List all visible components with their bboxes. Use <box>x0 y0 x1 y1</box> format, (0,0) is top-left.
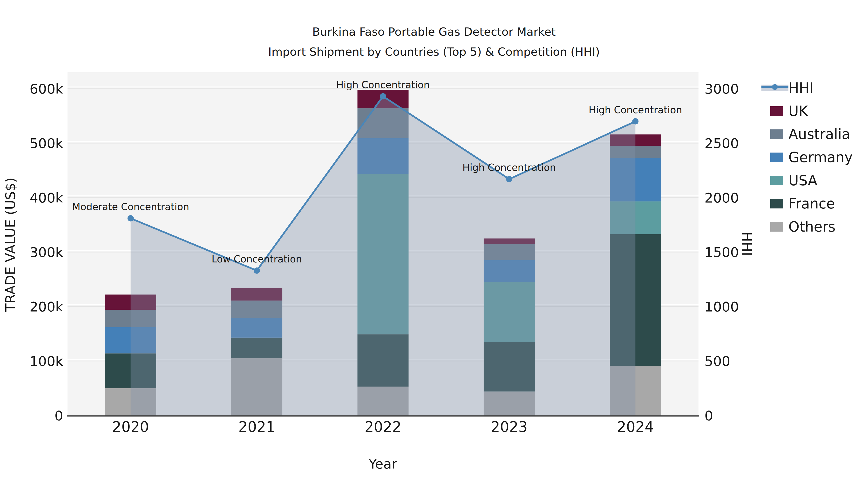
y-right-tick-0: 0 <box>705 408 713 423</box>
legend-label-france: France <box>788 195 835 212</box>
legend-item-others: Others <box>770 219 835 235</box>
legend-swatch-others <box>770 222 783 232</box>
annotation-2022: High Concentration <box>336 79 430 90</box>
x-axis-label: Year <box>368 456 398 471</box>
y-left-tick-0: 0 <box>55 408 63 423</box>
x-tick-2022: 2022 <box>365 418 401 435</box>
legend-item-australia: Australia <box>770 126 850 142</box>
y-right-tick-2000: 2000 <box>705 190 739 205</box>
legend-swatch-uk <box>770 106 783 116</box>
legend-item-uk: UK <box>770 103 808 119</box>
y-left-tick-400k: 400k <box>30 190 63 205</box>
y-left-tick-600k: 600k <box>30 81 63 97</box>
chart-svg: Moderate ConcentrationLow ConcentrationH… <box>0 0 868 488</box>
hhi-marker-2024 <box>632 118 639 125</box>
legend-item-usa: USA <box>770 172 817 189</box>
legend-label-others: Others <box>788 219 835 235</box>
y-right-tick-1500: 1500 <box>705 245 739 260</box>
chart-figure: Moderate ConcentrationLow ConcentrationH… <box>0 0 868 488</box>
legend-label-usa: USA <box>788 172 817 189</box>
y-right-tick-500: 500 <box>705 353 730 369</box>
x-tick-2024: 2024 <box>617 418 654 435</box>
y-right-tick-2500: 2500 <box>705 135 739 151</box>
y-axis-label-left: TRADE VALUE (US$) <box>2 177 18 312</box>
y-left-tick-300k: 300k <box>30 245 63 260</box>
y-left-tick-200k: 200k <box>30 299 63 315</box>
y-axis-label-right: HHI <box>739 232 755 256</box>
hhi-marker-2020 <box>128 215 134 222</box>
hhi-marker-2022 <box>380 93 386 100</box>
legend-hhi-marker <box>772 84 778 90</box>
legend-label-germany: Germany <box>788 149 853 166</box>
annotation-2020: Moderate Concentration <box>72 201 189 212</box>
hhi-marker-2021 <box>254 267 260 274</box>
annotation-2021: Low Concentration <box>212 254 302 265</box>
legend-label-uk: UK <box>788 103 808 119</box>
legend-label-australia: Australia <box>788 126 850 142</box>
x-tick-2020: 2020 <box>112 418 149 435</box>
x-tick-2023: 2023 <box>491 418 528 435</box>
y-left-tick-500k: 500k <box>30 135 63 151</box>
legend: HHIUKAustraliaGermanyUSAFranceOthers <box>762 80 853 235</box>
legend-swatch-france <box>770 199 783 208</box>
x-tick-2021: 2021 <box>239 418 275 435</box>
hhi-marker-2023 <box>506 176 513 182</box>
legend-label-hhi: HHI <box>788 80 813 96</box>
legend-item-france: France <box>770 195 835 212</box>
chart-title-line1: Burkina Faso Portable Gas Detector Marke… <box>312 25 556 38</box>
legend-item-germany: Germany <box>770 149 853 166</box>
y-right-tick-1000: 1000 <box>705 299 739 315</box>
legend-swatch-australia <box>770 129 783 139</box>
y-right-tick-3000: 3000 <box>705 81 739 97</box>
y-left-tick-100k: 100k <box>30 353 63 369</box>
legend-swatch-usa <box>770 176 783 185</box>
annotation-2023: High Concentration <box>462 162 556 173</box>
chart-title-line2: Import Shipment by Countries (Top 5) & C… <box>268 45 600 58</box>
legend-swatch-germany <box>770 153 783 162</box>
legend-item-hhi: HHI <box>762 80 813 96</box>
annotation-2024: High Concentration <box>589 104 682 116</box>
